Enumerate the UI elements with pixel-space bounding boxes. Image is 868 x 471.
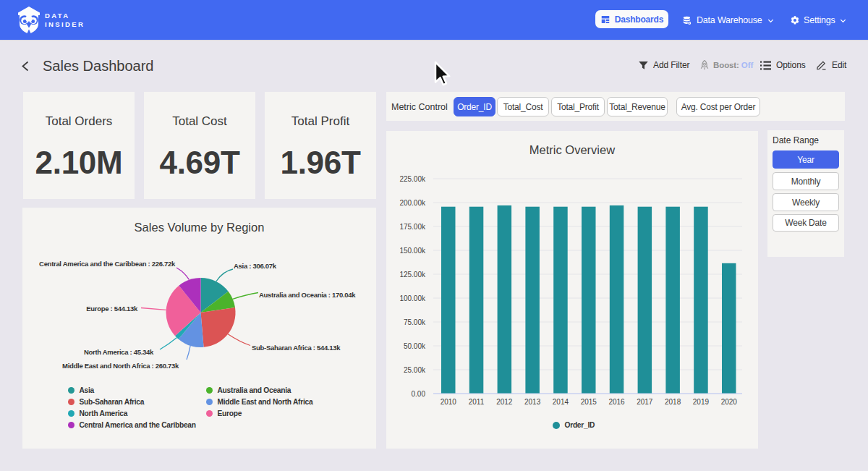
svg-text:225.00k: 225.00k [399,175,426,183]
svg-text:2018: 2018 [665,398,681,406]
svg-text:2016: 2016 [608,398,625,406]
svg-text:2015: 2015 [581,398,597,406]
svg-text:25.00k: 25.00k [404,366,426,374]
svg-text:2020: 2020 [721,398,738,406]
svg-text:200.00k: 200.00k [399,199,426,207]
svg-text:2011: 2011 [469,398,485,406]
svg-text:175.00k: 175.00k [399,223,426,231]
svg-text:2019: 2019 [693,398,710,406]
svg-text:125.00k: 125.00k [399,271,426,279]
svg-text:2014: 2014 [553,398,569,406]
svg-text:75.00k: 75.00k [404,318,426,326]
svg-text:2013: 2013 [524,398,541,406]
svg-text:150.00k: 150.00k [399,247,426,255]
svg-text:0.00: 0.00 [412,390,426,398]
svg-text:100.00k: 100.00k [399,294,426,302]
svg-text:2012: 2012 [496,398,513,406]
svg-text:2017: 2017 [637,398,653,406]
svg-text:2010: 2010 [441,398,457,406]
svg-text:50.00k: 50.00k [404,342,426,350]
